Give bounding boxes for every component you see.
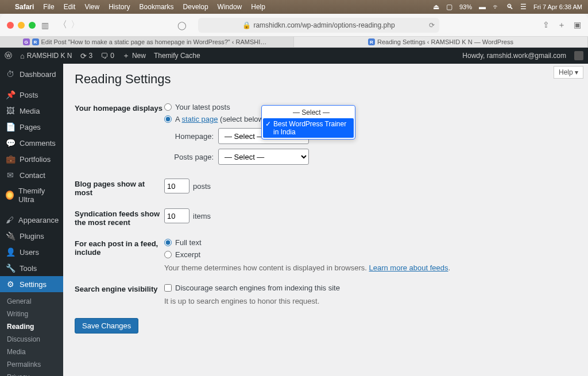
- menu-bookmarks[interactable]: Bookmarks: [140, 3, 174, 11]
- dd-option-select[interactable]: — Select —: [263, 107, 354, 118]
- feed-label: For each post in a feed, include: [75, 238, 164, 257]
- tabs-overview-icon[interactable]: ▣: [574, 20, 581, 30]
- new-tab-icon[interactable]: ＋: [558, 20, 566, 30]
- syndication-label: Syndication feeds show the most recent: [75, 208, 164, 227]
- browser-tab-edit-post[interactable]: G R Edit Post "How to make a static page…: [0, 37, 294, 47]
- clock[interactable]: Fri 7 Apr 6:38 AM: [533, 3, 582, 10]
- page-title: Reading Settings: [75, 72, 577, 87]
- sub-reading[interactable]: Reading: [0, 320, 63, 333]
- control-center-icon[interactable]: ☰: [520, 3, 527, 11]
- home-icon: ⌂: [20, 52, 25, 60]
- radio-latest-input[interactable]: [164, 103, 172, 111]
- close-window-button[interactable]: [7, 22, 14, 29]
- comment-icon: 🗨: [100, 52, 108, 60]
- browser-tab-reading-settings[interactable]: R Reading Settings ‹ RAMSHID K N — WordP…: [294, 37, 588, 47]
- sev-checkbox-row[interactable]: Discourage search engines from indexing …: [164, 284, 577, 292]
- posts-page-select[interactable]: — Select —: [218, 149, 309, 165]
- sidebar-item-contact[interactable]: ✉Contact: [0, 167, 63, 183]
- sidebar-item-appearance[interactable]: 🖌Appearance: [0, 212, 63, 228]
- sidebar-item-pages[interactable]: 📄Pages: [0, 119, 63, 135]
- battery-icon: ▬: [479, 3, 486, 11]
- mail-icon: ✉: [6, 170, 15, 180]
- back-icon[interactable]: 〈: [58, 19, 67, 31]
- wp-updates[interactable]: ⟳3: [80, 52, 93, 60]
- sub-general[interactable]: General: [0, 295, 63, 308]
- wifi-icon[interactable]: ᯤ: [493, 3, 500, 11]
- sidebar-item-users[interactable]: 👤Users: [0, 244, 63, 260]
- wp-howdy[interactable]: Howdy, ramshid.work@gmail.com: [462, 52, 566, 60]
- feed-learn-more-link[interactable]: Learn more about feeds: [369, 263, 448, 272]
- blog-pages-input[interactable]: [164, 179, 189, 193]
- user-icon: 👤: [6, 247, 15, 257]
- wp-sidebar: ⏱Dashboard 📌Posts 🖼Media 📄Pages 💬Comment…: [0, 64, 63, 376]
- sidebar-item-comments[interactable]: 💬Comments: [0, 135, 63, 151]
- battery-percent: 93%: [459, 3, 472, 10]
- share-icon[interactable]: ⇪: [543, 20, 550, 30]
- attachment-icon[interactable]: ⏏: [433, 3, 439, 11]
- wp-new[interactable]: ＋New: [122, 51, 146, 61]
- radio-full-label: Full text: [175, 238, 202, 247]
- help-tab[interactable]: Help ▾: [554, 66, 583, 79]
- syndication-input[interactable]: [164, 208, 189, 223]
- sidebar-item-posts[interactable]: 📌Posts: [0, 87, 63, 103]
- sidebar-item-dashboard[interactable]: ⏱Dashboard: [0, 66, 63, 82]
- comment-icon: 💬: [6, 138, 15, 148]
- sidebar-toggle-icon[interactable]: ▥: [41, 21, 49, 30]
- themify-icon: [6, 191, 14, 200]
- wp-favicon-icon: R: [368, 38, 375, 45]
- pin-icon: 📌: [6, 90, 15, 99]
- menu-view[interactable]: View: [84, 3, 99, 11]
- avatar[interactable]: [574, 51, 583, 60]
- radio-full-input[interactable]: [164, 239, 172, 246]
- privacy-shield-icon[interactable]: ◯: [177, 21, 187, 30]
- wp-site-link[interactable]: ⌂RAMSHID K N: [20, 52, 72, 60]
- blog-pages-label: Blog pages show at most: [75, 179, 164, 197]
- search-icon[interactable]: 🔍︎: [506, 3, 513, 11]
- address-bar[interactable]: 🔒 ramshidkn.com/wp-admin/options-reading…: [198, 18, 439, 33]
- menu-window[interactable]: Window: [218, 3, 242, 11]
- radio-static-input[interactable]: [164, 115, 172, 123]
- forward-icon[interactable]: 〉: [71, 19, 80, 31]
- sev-label: Search engine visibility: [75, 284, 164, 293]
- page-icon: 📄: [6, 122, 15, 131]
- sidebar-item-plugins[interactable]: 🔌Plugins: [0, 228, 63, 244]
- static-page-link[interactable]: static page: [182, 115, 218, 123]
- sub-discussion[interactable]: Discussion: [0, 333, 63, 346]
- wp-comments[interactable]: 🗨0: [100, 52, 114, 60]
- sub-permalinks[interactable]: Permalinks: [0, 358, 63, 371]
- sidebar-item-themify[interactable]: Themify Ultra: [0, 183, 63, 207]
- sev-checkbox-label: Discourage search engines from indexing …: [175, 284, 340, 292]
- mac-app-name[interactable]: Safari: [15, 3, 34, 11]
- menu-help[interactable]: Help: [251, 3, 265, 11]
- sidebar-item-media[interactable]: 🖼Media: [0, 103, 63, 119]
- sev-checkbox[interactable]: [164, 284, 172, 292]
- portfolio-icon: 💼: [6, 154, 15, 164]
- radio-static-page[interactable]: A static page (select below): [164, 115, 577, 123]
- sub-privacy[interactable]: Privacy: [0, 371, 63, 376]
- sidebar-item-portfolios[interactable]: 💼Portfolios: [0, 151, 63, 167]
- radio-full-text[interactable]: Full text: [164, 238, 577, 247]
- reload-icon[interactable]: ⟳: [429, 21, 435, 29]
- posts-page-select-label: Posts page:: [172, 153, 214, 161]
- browser-tab-strip: G R Edit Post "How to make a static page…: [0, 37, 588, 48]
- wp-themify-cache[interactable]: Themify Cache: [154, 52, 200, 60]
- sub-writing[interactable]: Writing: [0, 308, 63, 320]
- dd-option-best-trainer[interactable]: Best WordPress Trainer in India: [263, 118, 354, 138]
- sidebar-item-tools[interactable]: 🔧Tools: [0, 260, 63, 276]
- save-button[interactable]: Save Changes: [75, 318, 138, 334]
- wp-logo-icon[interactable]: ⓦ: [5, 51, 12, 61]
- radio-latest-posts[interactable]: Your latest posts: [164, 103, 577, 111]
- fullscreen-window-button[interactable]: [29, 22, 36, 29]
- menu-file[interactable]: File: [43, 3, 54, 11]
- menu-edit[interactable]: Edit: [64, 3, 76, 11]
- radio-excerpt[interactable]: Excerpt: [164, 250, 577, 259]
- browser-tab-label: Reading Settings ‹ RAMSHID K N — WordPre…: [377, 38, 513, 45]
- menu-develop[interactable]: Develop: [183, 3, 208, 11]
- updates-icon: ⟳: [80, 52, 87, 60]
- stage-manager-icon[interactable]: ▢: [446, 3, 452, 11]
- menu-history[interactable]: History: [109, 3, 130, 11]
- minimize-window-button[interactable]: [18, 22, 25, 29]
- radio-excerpt-input[interactable]: [164, 251, 172, 258]
- sidebar-item-settings[interactable]: ⚙Settings: [0, 276, 63, 292]
- sub-media[interactable]: Media: [0, 346, 63, 358]
